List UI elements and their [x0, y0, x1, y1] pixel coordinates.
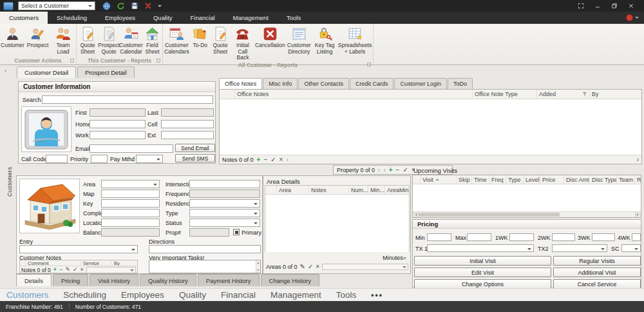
tab-change-history[interactable]: Change History: [261, 274, 319, 286]
bnav-financial[interactable]: Financial: [221, 290, 256, 300]
col-notes[interactable]: Notes: [309, 186, 349, 194]
first-input[interactable]: [90, 108, 146, 117]
col-level[interactable]: Level: [524, 175, 540, 184]
bnav-management[interactable]: Management: [270, 290, 321, 300]
add-customer-note-icon[interactable]: +: [53, 267, 57, 273]
sc-combo[interactable]: [621, 244, 641, 252]
bnav-employees[interactable]: Employees: [121, 290, 164, 300]
entry-input[interactable]: [19, 245, 138, 253]
balance-input[interactable]: [101, 228, 160, 237]
primary-checkbox[interactable]: [233, 229, 240, 235]
send-email-button[interactable]: Send Email: [175, 144, 215, 152]
col-rate[interactable]: Rate: [635, 175, 641, 184]
cancel-note-icon[interactable]: ×: [279, 157, 283, 163]
col-by[interactable]: By: [590, 90, 641, 99]
remove-note-icon[interactable]: −: [263, 157, 267, 163]
col-type[interactable]: Type: [506, 175, 524, 184]
tab-visit-history[interactable]: Visit History: [90, 274, 138, 286]
prospect-button[interactable]: Prospect: [25, 25, 50, 50]
add-note-icon[interactable]: +: [257, 157, 261, 163]
refresh-icon[interactable]: [117, 2, 125, 10]
initial-visit-button[interactable]: Initial Visit: [414, 256, 551, 266]
prospect-quote-button[interactable]: Prospect Quote: [99, 25, 120, 55]
customer-button[interactable]: Customer: [0, 25, 25, 50]
upcoming-visits-grid-body[interactable]: [413, 184, 641, 211]
col-by[interactable]: By: [112, 260, 137, 266]
scroll-up-icon[interactable]: [257, 261, 260, 264]
cell-input[interactable]: [161, 120, 214, 128]
directions-input[interactable]: [149, 245, 261, 253]
col-service[interactable]: Service: [81, 260, 112, 266]
tab-payment-history[interactable]: Payment History: [198, 274, 260, 286]
cancel-area-icon[interactable]: ×: [316, 264, 319, 270]
team-load-button[interactable]: Team Load: [50, 25, 76, 55]
tx1-combo[interactable]: [427, 244, 534, 252]
save-icon[interactable]: [131, 2, 138, 10]
map-input[interactable]: [101, 190, 160, 198]
office-notes-grid-body[interactable]: [220, 99, 641, 155]
scroll-left-icon[interactable]: [413, 212, 419, 217]
key-input[interactable]: [101, 199, 160, 208]
regular-visits-button[interactable]: Regular Visits: [553, 256, 641, 266]
residence-combo[interactable]: [189, 199, 260, 208]
key-tag-listing-button[interactable]: Key Tag Listing: [312, 25, 337, 55]
last-input[interactable]: [161, 108, 214, 117]
tab-todo[interactable]: ToDo: [448, 78, 473, 89]
bnav-scheduling[interactable]: Scheduling: [63, 290, 106, 300]
customer-directory-button[interactable]: Customer Directory: [285, 25, 312, 55]
tab-office-notes[interactable]: Office Notes: [219, 78, 262, 89]
customer-calendar-button[interactable]: Customer Calendar: [120, 25, 143, 55]
max-input[interactable]: [467, 233, 491, 241]
tab-prospect-detail[interactable]: Prospect Detail: [77, 66, 134, 78]
col-area[interactable]: Area: [277, 186, 309, 194]
customer-selector-combo[interactable]: Select a Customer: [18, 1, 95, 10]
bnav-tools[interactable]: Tools: [336, 290, 357, 300]
scroll-down-icon[interactable]: [257, 269, 260, 272]
ribbon-tab-quality[interactable]: Quality: [144, 12, 182, 24]
ribbon-tab-tools[interactable]: Tools: [278, 12, 310, 24]
edit-visit-button[interactable]: Edit Visit: [414, 268, 551, 277]
search-input[interactable]: [42, 95, 213, 104]
tab-credit-cards[interactable]: Credit Cards: [350, 78, 394, 89]
ext-input[interactable]: [161, 131, 214, 139]
col-team[interactable]: Team: [617, 175, 635, 184]
customer-calendars-button[interactable]: Customer Calendars: [163, 25, 191, 55]
commit-customer-note-icon[interactable]: ✓: [73, 267, 78, 273]
tab-customer-detail[interactable]: Customer Detail: [17, 66, 76, 78]
col-office-note-type[interactable]: Office Note Type: [473, 90, 537, 99]
ribbon-tab-customers[interactable]: Customers: [0, 12, 48, 24]
col-min[interactable]: Min...: [368, 186, 385, 194]
customer-photo[interactable]: [21, 106, 71, 152]
col-comment[interactable]: Comment: [26, 260, 81, 266]
frequency-input[interactable]: [189, 190, 260, 198]
home-input[interactable]: [90, 120, 146, 128]
tx2-combo[interactable]: [552, 244, 607, 252]
priority-input[interactable]: [91, 155, 108, 163]
commit-property-icon[interactable]: ✓: [402, 167, 408, 173]
email-input[interactable]: [90, 144, 173, 153]
prev-note-icon[interactable]: ‹: [286, 157, 288, 163]
col-time[interactable]: Time: [472, 175, 489, 184]
filter-icon[interactable]: [582, 92, 587, 97]
remove-customer-note-icon[interactable]: −: [59, 267, 62, 273]
col-disc-amt[interactable]: Disc Amt: [564, 175, 590, 184]
group-dialog-launcher-icon[interactable]: [70, 59, 74, 63]
user-badge[interactable]: [626, 12, 644, 24]
col-visit[interactable]: Visit: [421, 175, 457, 184]
property-photo[interactable]: [19, 179, 80, 233]
ribbon-tab-employees[interactable]: Employees: [96, 12, 144, 24]
scroll-right-icon[interactable]: [635, 212, 641, 217]
to-do-button[interactable]: To-Do: [191, 25, 210, 50]
area-combo[interactable]: [101, 180, 160, 188]
vit-scrollbar[interactable]: [256, 260, 260, 273]
work-input[interactable]: [90, 131, 146, 139]
commit-area-icon[interactable]: ✓: [308, 264, 313, 270]
scrollbar-thumb[interactable]: [419, 213, 560, 217]
next-page-icon[interactable]: ›: [637, 157, 639, 163]
add-property-icon[interactable]: +: [389, 167, 393, 173]
fullscreen-icon[interactable]: [578, 3, 584, 9]
cancel-customer-note-icon[interactable]: ×: [80, 267, 83, 273]
next-property-icon[interactable]: ›: [383, 167, 385, 173]
col-areamin[interactable]: AreaMin...: [385, 186, 409, 194]
collapse-panel-arrow-icon[interactable]: ›: [5, 68, 6, 74]
